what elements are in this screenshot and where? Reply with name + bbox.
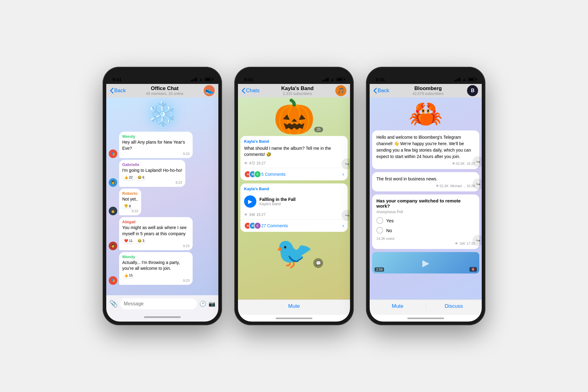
- poll-type: Anonymous Poll: [376, 210, 475, 214]
- welcome-post: Hello and welcome to Bloomberg's Telegra…: [372, 130, 479, 169]
- play-button[interactable]: ▶: [244, 195, 256, 208]
- message-row: 👩 Abigail You might as well ask where I …: [109, 217, 216, 250]
- reaction-angry[interactable]: 😤8: [122, 203, 133, 209]
- chevron-right-icon[interactable]: ›: [342, 223, 344, 228]
- avatar: 🎭: [109, 149, 117, 158]
- mute-button[interactable]: Mute: [238, 303, 350, 309]
- phone-bloomberg: 9:41 ▲ Back Bloomberg 42,679 subscribers: [366, 67, 485, 325]
- channel-area: 🦀 Hello and welcome to Bloomberg's Teleg…: [370, 97, 482, 300]
- comment-avatar: C: [254, 222, 261, 229]
- message-bubble: Gabrielle I'm going to Lapland! Ho-ho-ho…: [119, 160, 185, 187]
- views-container: 👁 52,5K: [452, 162, 465, 165]
- channel-subtitle: 42,679 subscribers: [389, 92, 467, 96]
- play-icon: ▶: [422, 258, 429, 268]
- nav-header: Chats Kayla's Band 2,333 subscribers 🎵: [238, 84, 350, 97]
- crab-sticker: 🦀: [409, 100, 443, 127]
- comments-left: A B C 5 Comments: [244, 171, 285, 178]
- poll-option-no[interactable]: No: [376, 227, 475, 234]
- post-time: 16:27: [256, 213, 266, 217]
- phone-notch: [406, 70, 446, 81]
- channel-area: 🎃 25 Kayla's Band What should I name the…: [238, 97, 350, 300]
- views-container: 👁 52,3K: [436, 184, 449, 188]
- share-button[interactable]: ↪: [473, 179, 482, 190]
- back-label: Back: [114, 88, 126, 94]
- home-bar: [144, 316, 181, 318]
- reaction-heart[interactable]: ❤️11: [122, 238, 134, 243]
- status-icons: ▲: [322, 77, 344, 82]
- comments-count: 5 Comments: [261, 172, 285, 177]
- message-row: 🎭 Wendy Actually... I'm throwing a party…: [109, 252, 216, 285]
- post-views: 52,3K: [440, 184, 449, 188]
- avatar: 👨: [109, 207, 117, 215]
- post-author: Michael: [450, 184, 462, 188]
- video-thumbnail[interactable]: ▶ 2:59 🔇: [372, 252, 479, 273]
- poll-views: 16K: [459, 242, 466, 245]
- reaction-laugh[interactable]: 😂3: [136, 238, 146, 243]
- channel-title: Kayla's Band: [259, 85, 335, 92]
- phone-notch: [274, 70, 314, 81]
- home-bar-area: [106, 312, 218, 322]
- status-icons: ▲: [191, 77, 212, 82]
- back-button[interactable]: Back: [373, 88, 389, 94]
- camera-icon[interactable]: 📷: [209, 300, 215, 307]
- reaction-thumbsup[interactable]: 👍22: [122, 175, 134, 180]
- music-title: Fallling in the Fall: [259, 197, 344, 202]
- simple-post: The first word in business news. 👁 52,3K…: [372, 172, 479, 191]
- input-bar: 📎 🕐 📷: [106, 295, 218, 312]
- back-button[interactable]: Back: [110, 88, 126, 94]
- avatar: 👩: [109, 242, 117, 250]
- avatar: 👩: [109, 178, 117, 187]
- comment-avatar: C: [254, 171, 261, 178]
- share-button[interactable]: ↪: [473, 156, 482, 167]
- clock-icon[interactable]: 🕐: [199, 300, 206, 307]
- mute-button[interactable]: Mute: [370, 303, 426, 309]
- sender-name: Abigail: [122, 220, 190, 224]
- sound-off-icon[interactable]: 🔇: [469, 267, 477, 272]
- video-duration: 2:59: [375, 267, 384, 272]
- comment-bubble-icon[interactable]: 💬: [313, 258, 323, 268]
- message-text: I'm going to Lapland! Ho-ho-ho!: [122, 168, 182, 174]
- poll-view-meta: 👁 16K 17:31: [376, 242, 475, 245]
- battery-icon: [336, 77, 344, 81]
- status-icons: ▲: [454, 77, 476, 82]
- reactions: 👍15: [122, 273, 190, 278]
- comments-bar[interactable]: A B C 27 Comments ›: [240, 219, 348, 232]
- reaction-laugh[interactable]: 😂6: [136, 175, 146, 180]
- music-info: Fallling in the Fall Kayla's Band: [259, 197, 344, 206]
- signal-icon: [454, 77, 461, 81]
- post-text: The first word in business news.: [376, 176, 475, 182]
- channel-avatar[interactable]: 🎵: [335, 85, 346, 96]
- discuss-button[interactable]: Discuss: [426, 303, 482, 309]
- comments-bar[interactable]: A B C 5 Comments ›: [240, 168, 348, 180]
- back-button[interactable]: Chats: [242, 88, 259, 94]
- bloomberg-post-1: Hello and welcome to Bloomberg's Telegra…: [372, 130, 479, 170]
- back-label: Chats: [246, 88, 259, 94]
- sender-name: Wendy: [122, 254, 190, 259]
- share-button[interactable]: ↪: [473, 235, 482, 246]
- poll-option-text-no: No: [386, 228, 392, 233]
- views-icon: 👁: [455, 242, 458, 245]
- poll-option-yes[interactable]: Yes: [376, 217, 475, 224]
- message-text: Actually... I'm throwing a party, you're…: [122, 260, 190, 272]
- reaction-thumbsup[interactable]: 👍15: [122, 273, 134, 278]
- sticker-top: 🎃 25: [240, 100, 348, 134]
- message-time: 9:23: [122, 152, 190, 156]
- reactions: 😤8: [122, 203, 138, 209]
- comments-left: A B C 27 Comments: [244, 222, 288, 229]
- message-row: 👩 Gabrielle I'm going to Lapland! Ho-ho-…: [109, 160, 216, 187]
- chat-avatar[interactable]: 👟: [204, 85, 215, 96]
- post-views: 52,5K: [456, 162, 465, 165]
- views-icon: 👁: [244, 213, 248, 217]
- message-input[interactable]: [120, 298, 197, 309]
- comment-avatars: A B C: [244, 171, 259, 178]
- messages-area: ❄️ 🎭 Wendy Hey all! Any plans for New Ye…: [106, 97, 218, 295]
- attach-icon[interactable]: 📎: [109, 300, 118, 308]
- battery-icon: [468, 77, 476, 81]
- message-time: 9:23: [122, 279, 190, 282]
- channel-subtitle: 2,333 subscribers: [259, 92, 335, 96]
- channel-avatar[interactable]: B: [467, 85, 478, 96]
- message-text: Not yet..: [122, 196, 138, 202]
- message-bubble: Abigail You might as well ask where I se…: [119, 217, 193, 250]
- input-icons: 🕐 📷: [199, 300, 215, 307]
- chevron-right-icon[interactable]: ›: [342, 172, 344, 177]
